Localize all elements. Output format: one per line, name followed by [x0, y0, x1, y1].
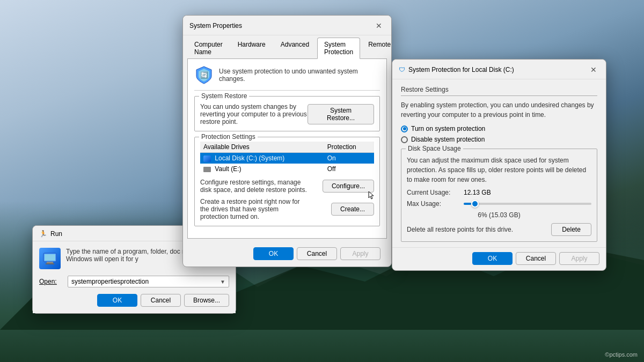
system-restore-button[interactable]: System Restore... — [308, 104, 374, 124]
divider-1 — [194, 90, 380, 91]
radio-disable-label: Disable system protection — [411, 136, 485, 143]
tab-computer-name[interactable]: Computer Name — [187, 38, 230, 58]
tab-remote[interactable]: Remote — [361, 38, 398, 58]
system-restore-label: System Restore — [199, 92, 249, 100]
sys-props-title: System Properties — [189, 22, 242, 29]
tab-advanced[interactable]: Advanced — [274, 38, 316, 58]
sys-prot-disk-cancel-button[interactable]: Cancel — [516, 252, 556, 265]
drive-c-name: Local Disk (C:) (System) — [200, 153, 324, 164]
current-usage-row: Current Usage: 12.13 GB — [407, 189, 591, 196]
mouse-cursor — [368, 190, 378, 201]
sys-props-apply-button[interactable]: Apply — [340, 247, 380, 260]
sys-prot-disk-content: Restore Settings By enabling system prot… — [392, 79, 606, 242]
slider-pct-text: 6% (15.03 GB) — [407, 211, 591, 219]
create-row: Create a restore point right now for the… — [200, 198, 374, 220]
slider-track — [464, 203, 591, 205]
drive-e-protection: Off — [324, 164, 374, 174]
drive-c-protection: On — [324, 153, 374, 164]
sys-prot-disk-ok-button[interactable]: OK — [472, 252, 513, 265]
radio-turn-on-label: Turn on system protection — [411, 125, 485, 132]
run-title: 🏃 Run — [39, 230, 62, 238]
svg-rect-4 — [47, 262, 53, 263]
drive-c-icon — [203, 156, 211, 162]
sys-props-header: 🔄 Use system protection to undo unwanted… — [194, 65, 380, 85]
sys-props-ok-button[interactable]: OK — [253, 247, 294, 260]
protection-settings-group: Protection Settings Available Drives Pro… — [194, 137, 380, 226]
configure-text: Configure restore settings, manage disk … — [200, 179, 308, 194]
delete-button[interactable]: Delete — [551, 223, 591, 236]
system-restore-group: System Restore You can undo system chang… — [194, 96, 380, 131]
radio-disable-row[interactable]: Disable system protection — [401, 136, 597, 143]
configure-button[interactable]: Configure... — [323, 180, 374, 193]
create-text: Create a restore point right now for the… — [200, 198, 308, 220]
slider-thumb[interactable] — [471, 200, 479, 208]
delete-text: Delete all restore points for this drive… — [407, 226, 513, 233]
sys-props-cancel-button[interactable]: Cancel — [297, 247, 337, 260]
run-ok-button[interactable]: OK — [97, 294, 137, 307]
drive-row-e[interactable]: Vault (E:) Off — [200, 164, 374, 174]
configure-row: Configure restore settings, manage disk … — [200, 179, 374, 194]
sys-props-bottom-buttons: OK Cancel Apply — [183, 243, 391, 267]
svg-text:🔄: 🔄 — [200, 71, 208, 79]
disk-space-description: You can adjust the maximum disk space us… — [407, 156, 591, 184]
sys-prot-disk-titlebar: 🛡 System Protection for Local Disk (C:) … — [392, 60, 606, 79]
drive-e-icon — [203, 167, 211, 172]
current-usage-label: Current Usage: — [407, 189, 460, 196]
run-cancel-button[interactable]: Cancel — [141, 294, 181, 307]
run-title-icon: 🏃 — [39, 230, 47, 238]
sys-props-content: 🔄 Use system protection to undo unwanted… — [187, 58, 387, 239]
protection-table: Available Drives Protection Local Disk (… — [200, 142, 374, 174]
run-open-value: systempropertiesprotection — [71, 278, 149, 285]
current-usage-value: 12.13 GB — [464, 189, 491, 196]
prot-table-header: Available Drives Protection — [200, 142, 374, 153]
run-app-icon — [39, 248, 61, 269]
disk-space-group: Disk Space Usage You can adjust the maxi… — [401, 149, 597, 242]
run-open-input[interactable]: systempropertiesprotection ▼ — [68, 276, 229, 287]
svg-rect-3 — [45, 254, 55, 261]
restore-settings-divider — [401, 95, 597, 96]
sys-props-titlebar: System Properties ✕ — [183, 16, 391, 35]
watermark: ©pctips.com — [605, 351, 638, 358]
run-browse-button[interactable]: Browse... — [184, 294, 229, 307]
radio-turn-on[interactable] — [401, 125, 408, 132]
run-open-row: Open: systempropertiesprotection ▼ — [39, 276, 229, 287]
max-usage-row: Max Usage: — [407, 200, 591, 208]
radio-disable[interactable] — [401, 136, 408, 143]
sys-props-header-icon: 🔄 — [194, 65, 214, 85]
run-buttons: OK Cancel Browse... — [39, 294, 229, 307]
configure-btn-container: Configure... — [323, 180, 374, 193]
sys-props-tab-bar: Computer Name Hardware Advanced System P… — [183, 35, 391, 58]
radio-turn-on-row[interactable]: Turn on system protection — [401, 125, 597, 132]
protection-settings-label: Protection Settings — [199, 133, 258, 141]
create-button[interactable]: Create... — [331, 203, 374, 216]
svg-rect-5 — [46, 263, 54, 264]
max-usage-label: Max Usage: — [407, 200, 460, 208]
sys-prot-disk-title-area: 🛡 System Protection for Local Disk (C:) — [399, 66, 514, 73]
system-properties-dialog: System Properties ✕ Computer Name Hardwa… — [182, 15, 392, 267]
sys-prot-disk-icon: 🛡 — [399, 66, 405, 73]
slider-fill — [464, 203, 471, 205]
delete-row: Delete all restore points for this drive… — [407, 223, 591, 236]
tab-system-protection[interactable]: System Protection — [317, 38, 360, 59]
sys-props-title-text: System Properties — [189, 22, 242, 29]
sys-prot-disk-apply-button[interactable]: Apply — [559, 252, 599, 265]
drive-row-c[interactable]: Local Disk (C:) (System) On — [200, 153, 374, 164]
sys-prot-disk-dialog: 🛡 System Protection for Local Disk (C:) … — [392, 59, 606, 271]
system-restore-description: You can undo system changes by reverting… — [200, 103, 308, 125]
sys-props-header-text: Use system protection to undo unwanted s… — [219, 68, 380, 83]
run-dropdown-arrow[interactable]: ▼ — [220, 279, 225, 285]
sys-prot-disk-bottom-buttons: OK Cancel Apply — [392, 247, 606, 270]
run-title-text: Run — [50, 230, 62, 238]
sys-prot-disk-close-button[interactable]: ✕ — [588, 64, 599, 76]
restore-settings-section-label: Restore Settings — [401, 86, 597, 93]
col-drives: Available Drives — [200, 142, 324, 153]
drive-e-name: Vault (E:) — [200, 164, 324, 174]
max-usage-slider[interactable] — [464, 200, 591, 208]
restore-description: By enabling system protection, you can u… — [401, 100, 597, 120]
disk-space-label: Disk Space Usage — [406, 145, 463, 152]
tab-hardware[interactable]: Hardware — [231, 38, 273, 58]
col-protection: Protection — [324, 142, 374, 153]
sys-prot-disk-title-text: System Protection for Local Disk (C:) — [408, 66, 514, 73]
sys-props-close-button[interactable]: ✕ — [373, 20, 385, 32]
system-restore-row: You can undo system changes by reverting… — [200, 103, 374, 125]
